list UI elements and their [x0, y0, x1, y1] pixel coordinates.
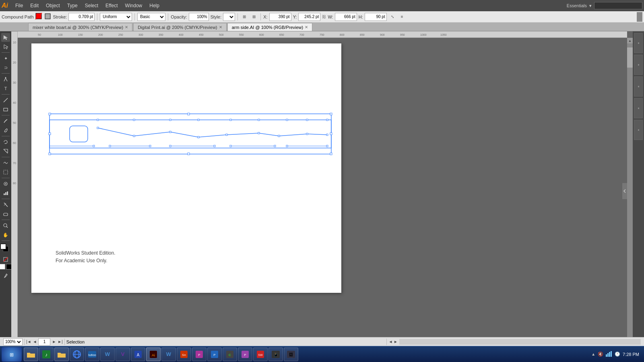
fg-color-swatch[interactable] — [0, 244, 6, 249]
taskbar-explorer[interactable] — [54, 348, 69, 361]
transform-icon[interactable]: ⊞ — [240, 13, 248, 21]
taskbar-word[interactable]: W — [100, 348, 115, 361]
none-icon[interactable] — [3, 257, 8, 262]
taskbar-visio[interactable]: V — [116, 348, 130, 361]
canvas-container[interactable]: 10 20 30 40 50 60 70 80 50 100 150 200 2… — [11, 31, 633, 351]
stroke-style-select[interactable]: Basic — [137, 13, 165, 21]
taskbar-app1[interactable]: A — [131, 348, 145, 361]
eyedropper-tool[interactable] — [1, 272, 10, 280]
stroke-type-select[interactable]: Uniform — [100, 13, 132, 21]
pen-tool[interactable] — [1, 75, 10, 84]
type-tool[interactable]: T — [1, 84, 10, 93]
taskbar-outlook[interactable]: Outlook — [85, 348, 99, 361]
magic-wand-tool[interactable]: ✦ — [1, 54, 10, 63]
graph-tool[interactable] — [1, 189, 10, 197]
taskbar-app5[interactable]: P — [238, 348, 252, 361]
next-page[interactable]: ► — [52, 339, 56, 344]
tab-1-close[interactable]: ✕ — [125, 25, 128, 29]
taskbar-solidworks[interactable]: SW — [253, 348, 268, 361]
taskbar-illustrator-active[interactable]: Ai — [146, 348, 161, 361]
prev-nav[interactable]: |◄ — [26, 339, 31, 344]
panel-btn-4[interactable]: ≡ — [634, 98, 643, 118]
v-scrollbar[interactable]: ▲ ▼ — [627, 38, 633, 351]
compound-path-drawing[interactable] — [45, 106, 335, 186]
tray-clock[interactable]: 🕐 — [615, 352, 620, 357]
search-input[interactable] — [594, 2, 642, 9]
direct-selection-tool[interactable] — [1, 42, 10, 51]
panel-btn-1[interactable]: ≡ — [634, 33, 643, 53]
menu-effect[interactable]: Effect — [102, 2, 121, 9]
menu-object[interactable]: Object — [43, 2, 63, 9]
h-scroll-bottom[interactable] — [399, 339, 641, 345]
scroll-up-arrow[interactable]: ▲ — [627, 38, 633, 43]
warp-tool[interactable] — [1, 158, 10, 167]
menu-window[interactable]: Window — [122, 2, 146, 9]
brush-tool[interactable] — [1, 117, 10, 125]
white-swatch[interactable] — [0, 264, 5, 269]
taskbar-word2[interactable]: W — [161, 348, 176, 361]
tab-3[interactable]: arm side.AI @ 100% (RGB/Preview) ✕ — [227, 23, 312, 31]
menu-select[interactable]: Select — [82, 2, 101, 9]
menu-edit[interactable]: Edit — [27, 2, 42, 9]
tab-3-close[interactable]: ✕ — [305, 25, 308, 29]
h-input[interactable] — [365, 13, 387, 21]
right-collapse-btn[interactable] — [637, 12, 642, 22]
menu-help[interactable]: Help — [146, 2, 163, 9]
y-input[interactable] — [298, 13, 320, 21]
slice-tool[interactable] — [1, 200, 10, 209]
tray-network[interactable] — [606, 351, 612, 358]
scroll-thumb[interactable] — [627, 47, 633, 68]
zoom-select[interactable]: 100% 50% 200% — [3, 338, 23, 346]
scale-tool[interactable] — [1, 147, 10, 156]
fill-swatch[interactable] — [35, 13, 43, 21]
panel-collapse-btn[interactable] — [622, 183, 627, 199]
free-transform-tool[interactable] — [1, 168, 10, 177]
fill-color-swatch[interactable] — [44, 13, 52, 21]
resize-icon[interactable]: ⤡ — [388, 13, 396, 21]
page-input[interactable] — [38, 338, 50, 346]
tray-volume[interactable]: 🔇 — [598, 352, 603, 357]
stroke-input[interactable] — [68, 13, 95, 21]
zoom-tool[interactable] — [1, 221, 10, 230]
w-input[interactable] — [335, 13, 357, 21]
symbol-sprayer-tool[interactable] — [1, 179, 10, 188]
taskbar-ie[interactable] — [70, 348, 84, 361]
next-nav[interactable]: ►| — [58, 339, 63, 344]
taskbar-app4[interactable]: C — [223, 348, 237, 361]
color-swatches[interactable] — [0, 244, 11, 255]
taskbar-snagit[interactable]: Sn — [177, 348, 191, 361]
tab-2[interactable]: Digital Print.ai @ 200% (CMYK/Preview) ✕ — [133, 23, 227, 31]
lasso-tool[interactable]: ⊃ — [1, 63, 10, 72]
canvas-wrapper[interactable]: SolidWorks Student Edition. For Academic… — [31, 43, 341, 293]
start-button[interactable]: ⊞ — [2, 347, 22, 362]
x-input[interactable] — [269, 13, 291, 21]
eraser-tool[interactable] — [1, 210, 10, 218]
line-tool[interactable] — [1, 96, 10, 105]
panel-btn-2[interactable]: ≡ — [634, 55, 643, 75]
tab-1[interactable]: mixer white boart.ai @ 300% (CMYK/Previe… — [28, 23, 132, 31]
tray-notification[interactable]: ▲ — [591, 352, 595, 356]
opacity-input[interactable] — [189, 13, 209, 21]
style-select[interactable] — [223, 13, 235, 21]
prev-page[interactable]: ◄ — [33, 339, 37, 344]
rotate-tool[interactable] — [1, 138, 10, 146]
taskbar-app2[interactable]: P — [192, 348, 206, 361]
taskbar-app3[interactable]: P — [207, 348, 222, 361]
taskbar-app7[interactable]: 🖼 — [284, 348, 298, 361]
essentials-menu[interactable]: Essentials ▾ — [567, 2, 642, 9]
grid-icon[interactable]: ⊞ — [250, 13, 258, 21]
panel-btn-5[interactable]: ≡ — [634, 120, 643, 140]
black-swatch[interactable] — [6, 264, 12, 269]
taskbar-app6[interactable]: 📱 — [268, 348, 283, 361]
tab-2-close[interactable]: ✕ — [219, 25, 222, 29]
align-icon[interactable]: ≡ — [398, 13, 406, 21]
panel-btn-3[interactable]: ≡ — [634, 76, 643, 97]
hand-tool[interactable]: ✋ — [1, 230, 10, 239]
link-icon[interactable]: ⛓ — [322, 14, 326, 19]
blob-brush-tool[interactable] — [1, 126, 10, 135]
taskbar-media[interactable]: ♪ — [39, 348, 54, 361]
taskbar-folder[interactable] — [24, 348, 38, 361]
rect-tool[interactable] — [1, 105, 10, 114]
selection-tool[interactable] — [1, 33, 10, 42]
menu-type[interactable]: Type — [64, 2, 81, 9]
